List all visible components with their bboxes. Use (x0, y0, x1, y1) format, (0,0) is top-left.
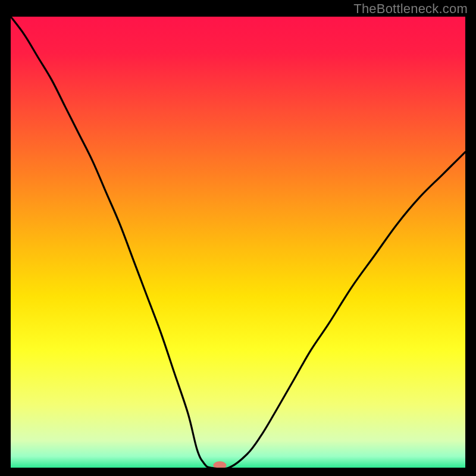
gradient-background (11, 17, 465, 468)
bottleneck-chart (11, 17, 465, 468)
chart-frame: TheBottleneck.com (0, 0, 476, 476)
attribution-label: TheBottleneck.com (353, 1, 468, 17)
